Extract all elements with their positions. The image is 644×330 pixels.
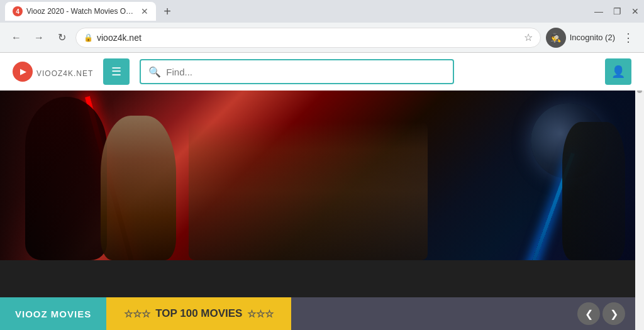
active-tab[interactable]: 4 Viooz 2020 - Watch Movies Onlin... ✕ — [5, 2, 156, 21]
menu-button[interactable]: ☰ — [103, 58, 130, 85]
next-arrow-button[interactable]: ❯ — [602, 302, 625, 325]
incognito-area: 🕵 Incognito (2) — [546, 28, 615, 48]
top100-button[interactable]: ☆☆☆ TOP 100 MOVIES ☆☆☆ — [106, 297, 291, 330]
bookmark-icon[interactable]: ☆ — [524, 31, 533, 43]
scrollbar[interactable] — [635, 53, 644, 330]
character-woman — [101, 116, 176, 260]
tab-title: Viooz 2020 - Watch Movies Onlin... — [26, 7, 137, 16]
viooz-movies-button[interactable]: VIOOZ MOVIES — [0, 297, 106, 330]
incognito-label: Incognito (2) — [570, 33, 615, 42]
top100-label: TOP 100 MOVIES — [155, 307, 242, 320]
character-dark-helmet — [25, 97, 107, 260]
search-input[interactable] — [166, 67, 445, 77]
new-tab-button[interactable]: + — [158, 3, 176, 20]
window-close-button[interactable]: ✕ — [631, 6, 639, 16]
star-left-icon: ☆☆☆ — [124, 308, 150, 320]
logo-text: VIOOZ4K.NET — [36, 65, 93, 79]
tab-close-button[interactable]: ✕ — [141, 6, 148, 16]
site-logo[interactable]: ▶ VIOOZ4K.NET — [13, 62, 93, 82]
incognito-icon: 🕵 — [546, 28, 566, 48]
star-right-icon: ☆☆☆ — [247, 308, 274, 320]
prev-arrow-button[interactable]: ❮ — [577, 302, 600, 325]
website-content: ▶ VIOOZ4K.NET ☰ 🔍 👤 VIOOZ MOVIES ☆☆☆ TOP… — [0, 53, 644, 330]
browser-titlebar: 4 Viooz 2020 - Watch Movies Onlin... ✕ +… — [0, 0, 644, 23]
window-controls: — ❐ ✕ — [594, 6, 639, 16]
search-icon: 🔍 — [148, 66, 161, 78]
logo-icon: ▶ — [13, 62, 33, 82]
character-center-group — [189, 122, 428, 260]
lock-icon: 🔒 — [84, 33, 93, 42]
minimize-button[interactable]: — — [594, 6, 603, 16]
browser-addressbar: ← → ↻ 🔒 viooz4k.net ☆ 🕵 Incognito (2) ⋮ — [0, 23, 644, 53]
reload-button[interactable]: ↻ — [53, 29, 70, 47]
back-button[interactable]: ← — [8, 29, 25, 47]
forward-button[interactable]: → — [30, 29, 48, 47]
bottom-nav: VIOOZ MOVIES ☆☆☆ TOP 100 MOVIES ☆☆☆ ❮ ❯ — [0, 297, 635, 330]
maximize-button[interactable]: ❐ — [613, 6, 621, 16]
site-header: ▶ VIOOZ4K.NET ☰ 🔍 👤 — [0, 53, 644, 91]
address-box[interactable]: 🔒 viooz4k.net ☆ — [75, 28, 541, 48]
url-text: viooz4k.net — [97, 33, 520, 43]
search-box[interactable]: 🔍 — [140, 59, 454, 84]
hero-banner — [0, 91, 644, 260]
nav-arrows: ❮ ❯ — [577, 302, 635, 325]
tab-favicon: 4 — [13, 6, 23, 16]
logo-main-text: VIOOZ4K — [36, 69, 74, 78]
hero-overlay-right — [518, 91, 644, 260]
logo-suffix: .NET — [74, 69, 93, 78]
browser-menu-button[interactable]: ⋮ — [620, 28, 636, 47]
user-button[interactable]: 👤 — [605, 58, 631, 85]
